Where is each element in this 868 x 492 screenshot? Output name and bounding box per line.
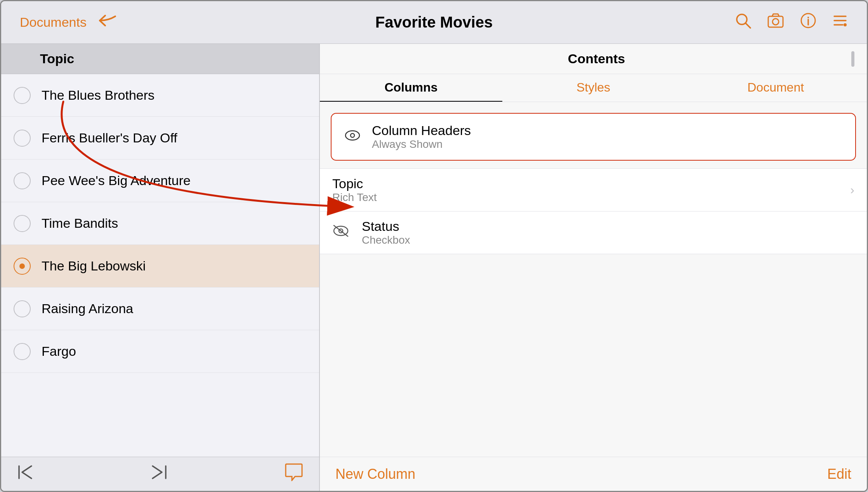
row-radio-1[interactable] [14,87,31,104]
toolbar-right [434,12,848,33]
contents-panel-title: Contents [342,51,851,66]
page-title: Favorite Movies [375,14,493,31]
contents-body: Column Headers Always Shown Topic Rich T… [320,102,867,457]
search-icon[interactable] [735,12,751,32]
table-bottom-bar [1,457,319,491]
column-row-topic[interactable]: Topic Rich Text › [320,169,867,211]
table-row[interactable]: Time Bandits [1,202,319,245]
row-text-1: The Blues Brothers [42,88,155,103]
table-rows: The Blues Brothers Ferris Bueller's Day … [1,74,319,457]
documents-link[interactable]: Documents [20,15,87,30]
column-row-topic-subtitle: Rich Text [332,191,839,204]
row-text-5: The Big Lebowski [42,258,146,274]
table-row[interactable]: Raising Arizona [1,288,319,330]
row-radio-7[interactable] [14,343,31,360]
column-row-status[interactable]: Status Checkbox [320,211,867,254]
comment-icon[interactable] [284,463,304,485]
column-headers-title: Column Headers [372,123,471,138]
row-radio-4[interactable] [14,215,31,232]
svg-point-9 [844,23,847,26]
tab-styles[interactable]: Styles [502,74,685,102]
svg-point-3 [773,19,779,25]
back-icon[interactable] [97,12,118,32]
column-row-topic-title: Topic [332,176,839,191]
toolbar: Documents Favorite Movies [1,1,867,44]
row-text-3: Pee Wee's Big Adventure [42,173,191,188]
row-text-7: Fargo [42,344,76,359]
table-panel: Topic The Blues Brothers Ferris Bueller'… [1,44,319,491]
chevron-right-icon: › [850,183,854,197]
menu-icon[interactable] [832,12,848,32]
table-row[interactable]: Fargo [1,330,319,373]
row-radio-2[interactable] [14,130,31,147]
table-header-title: Topic [40,51,74,66]
column-headers-item[interactable]: Column Headers Always Shown [331,113,856,161]
eye-icon [344,129,361,145]
tab-document[interactable]: Document [684,74,867,102]
table-header: Topic [1,44,319,74]
column-row-status-subtitle: Checkbox [362,234,854,246]
toolbar-left: Documents [20,12,434,32]
table-row-selected[interactable]: The Big Lebowski [1,245,319,288]
row-radio-6[interactable] [14,300,31,317]
row-radio-3[interactable] [14,172,31,189]
row-radio-5[interactable] [14,258,31,275]
column-row-status-text: Status Checkbox [362,219,854,246]
contents-header: Contents [320,44,867,74]
table-row[interactable]: Ferris Bueller's Day Off [1,117,319,159]
tabs-bar: Columns Styles Document [320,74,867,102]
row-text-6: Raising Arizona [42,301,133,316]
toolbar-center: Favorite Movies [375,14,493,31]
camera-icon[interactable] [767,12,785,33]
svg-point-13 [345,131,359,140]
row-text-4: Time Bandits [42,216,118,231]
info-icon[interactable] [800,12,816,32]
column-headers-text: Column Headers Always Shown [372,123,471,151]
column-row-status-title: Status [362,219,854,234]
eye-slash-icon [332,224,349,241]
new-column-button[interactable]: New Column [335,466,415,482]
svg-rect-2 [768,16,783,27]
tab-columns[interactable]: Columns [320,74,502,102]
contents-panel: Contents Columns Styles Document [319,44,867,491]
forward-to-end-icon[interactable] [149,464,171,483]
drag-handle[interactable] [851,51,854,67]
table-row[interactable]: Pee Wee's Big Adventure [1,159,319,202]
svg-line-1 [746,23,750,28]
column-headers-subtitle: Always Shown [372,138,471,151]
svg-point-14 [351,133,354,137]
edit-button[interactable]: Edit [827,466,851,482]
back-to-start-icon[interactable] [17,464,35,483]
contents-bottom-bar: New Column Edit [320,457,867,491]
svg-point-6 [807,17,809,18]
table-row[interactable]: The Blues Brothers [1,74,319,117]
row-text-2: Ferris Bueller's Day Off [42,130,177,146]
column-row-topic-text: Topic Rich Text [332,176,839,204]
